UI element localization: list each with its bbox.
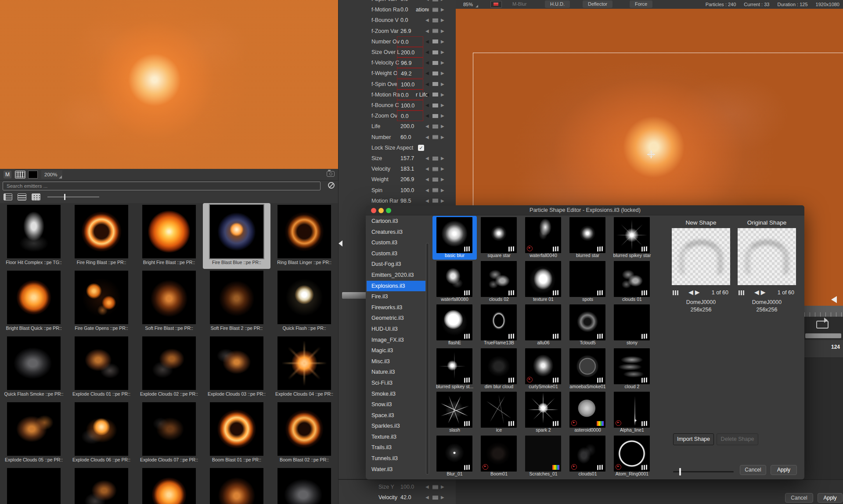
library-item-cartoon-il3-0[interactable]: Cartoon.il3 [367, 216, 425, 227]
shape-item-blur-01[interactable]: Blur_01 [432, 434, 477, 478]
filmstrip-icon[interactable] [15, 171, 25, 179]
emitter-item-quick-flash-pe-pr[interactable]: Quick Flash ::pe PR:: [270, 269, 338, 335]
graph-button[interactable] [432, 177, 439, 182]
shape-item-spots[interactable]: spots [566, 260, 610, 304]
graph-button[interactable] [432, 81, 439, 87]
param-value[interactable]: 0.0 [397, 36, 423, 47]
decrement-arrow-icon[interactable]: ◀ [425, 121, 429, 132]
force-button[interactable]: Force [630, 0, 652, 8]
import-shape-button[interactable]: Import Shape [673, 433, 714, 445]
graph-button[interactable] [432, 134, 439, 140]
library-item-sci-fi-il3-15[interactable]: Sci-Fi.il3 [367, 378, 425, 389]
decrement-arrow-icon[interactable]: ◀ [425, 26, 429, 36]
shape-item-slash[interactable]: slash [432, 390, 477, 434]
library-item-trails-il3-21[interactable]: Trails.il3 [367, 442, 425, 453]
emitter-item-fire-ring-blast-pe-pr[interactable]: Fire Ring Blast ::pe PR:: [68, 203, 135, 269]
emitter-item-explode-clouds-06-pe-pr[interactable]: Explode Clouds 06 ::pe PR:: [68, 400, 135, 466]
shape-item-waterfall0080[interactable]: waterfall0080 [432, 260, 477, 304]
background-color-swatch[interactable] [28, 171, 38, 179]
decrement-arrow-icon[interactable]: ◀ [425, 153, 429, 164]
emitter-item-soft-fire-blast-2-pe-pr[interactable]: Soft Fire Blast 2 ::pe PR:: [203, 269, 270, 335]
decrement-arrow-icon[interactable]: ◀ [425, 185, 429, 196]
emitter-item-fire-gate-opens-pe-pr[interactable]: Fire Gate Opens ::pe PR:: [68, 269, 135, 335]
shape-item-basic-blur[interactable]: basic blur [432, 216, 477, 260]
clear-filter-icon[interactable] [328, 182, 335, 189]
increment-arrow-icon[interactable]: ▶ [441, 15, 444, 25]
shape-item-blurred-spikey-star[interactable]: blurred spikey star [610, 216, 654, 260]
emitter-item-boom-blast-02-pe-pr[interactable]: Boom Blast 02 ::pe PR:: [270, 400, 338, 466]
emitter-item-partial-3[interactable] [203, 466, 270, 504]
horizontal-scrollbar-nub[interactable] [342, 292, 367, 299]
shape-item-ice[interactable]: ice [477, 390, 521, 434]
graph-button[interactable] [432, 187, 439, 193]
shape-item-blurred-star[interactable]: blurred star [566, 216, 610, 260]
increment-arrow-icon[interactable]: ▶ [441, 68, 444, 79]
decrement-arrow-icon[interactable]: ◀ [425, 68, 429, 79]
shape-item-dim-blur-cloud[interactable]: dim blur cloud [477, 347, 521, 391]
library-item-nature-il3-14[interactable]: Nature.il3 [367, 367, 425, 378]
preview-zoom-select[interactable]: 200% [41, 170, 62, 179]
graph-button[interactable] [432, 71, 439, 76]
library-item-tunnels-il3-22[interactable]: Tunnels.il3 [367, 453, 425, 464]
param-value[interactable]: 60.0 [397, 132, 423, 143]
param-value[interactable]: 100.0 [397, 482, 423, 492]
emitter-item-floor-hit-complex-pe-tg[interactable]: Floor Hit Complex ::pe TG:: [0, 203, 68, 269]
emitter-item-fire-blast-blue-pe-pr[interactable]: Fire Blast Blue ::pe PR:: [203, 203, 270, 269]
library-item-smoke-il3-16[interactable]: Smoke.il3 [367, 389, 425, 400]
library-item-custom-il3-3[interactable]: Custom.il3 [367, 248, 425, 259]
param-value[interactable]: 157.7 [397, 153, 423, 164]
param-value[interactable]: 42.0 [397, 492, 423, 503]
param-value[interactable]: 26.9 [397, 26, 423, 36]
library-item-creatures-il3-1[interactable]: Creatures.il3 [367, 227, 425, 238]
decrement-arrow-icon[interactable]: ◀ [425, 0, 429, 4]
param-value[interactable]: 100.0 [397, 100, 423, 111]
increment-arrow-icon[interactable]: ▶ [441, 36, 444, 47]
increment-arrow-icon[interactable]: ▶ [441, 57, 444, 68]
shape-item-tcloud5[interactable]: Tcloud5 [566, 303, 610, 347]
library-item-water-il3-23[interactable]: Water.il3 [367, 464, 425, 475]
param-value[interactable]: 0.0 [397, 0, 423, 4]
apply-button[interactable]: Apply [818, 493, 843, 503]
timeline-playhead-icon[interactable] [831, 296, 837, 303]
decrement-arrow-icon[interactable]: ◀ [425, 164, 429, 174]
library-item-custom-il3-2[interactable]: Custom.il3 [367, 237, 425, 248]
prev-frame-button[interactable]: ◀ [688, 289, 695, 296]
lock-size-aspect-checkbox[interactable]: ✓ [418, 145, 424, 151]
shape-scale-slider-thumb[interactable] [679, 468, 681, 475]
decrement-arrow-icon[interactable]: ◀ [425, 196, 429, 206]
shape-item-waterfall0040[interactable]: waterfall0040 [521, 216, 566, 260]
graph-button[interactable] [432, 166, 439, 172]
camera-icon[interactable] [327, 171, 335, 177]
shape-item-stony[interactable]: stony [610, 303, 654, 347]
record-icon[interactable] [490, 1, 502, 8]
param-value[interactable]: 200.0 [397, 47, 423, 57]
library-item-dust-fog-il3-4[interactable]: Dust-Fog.il3 [367, 259, 425, 270]
next-frame-button[interactable]: ▶ [761, 289, 767, 296]
shape-item-asteroid0000[interactable]: asteroid0000 [566, 390, 610, 434]
graph-button[interactable] [432, 156, 439, 161]
shape-item-trueflame13b[interactable]: TrueFlame13B [477, 303, 521, 347]
timeline-ruler[interactable] [804, 306, 843, 317]
decrement-arrow-icon[interactable]: ◀ [425, 15, 429, 25]
graph-button[interactable] [432, 7, 439, 13]
decrement-arrow-icon[interactable]: ◀ [425, 492, 429, 503]
decrement-arrow-icon[interactable]: ◀ [425, 100, 429, 111]
graph-button[interactable] [432, 28, 439, 34]
graph-button[interactable] [432, 103, 439, 108]
shape-item-blurred-spikey-st[interactable]: blurred spikey st... [432, 347, 477, 391]
increment-arrow-icon[interactable]: ▶ [441, 153, 444, 164]
stage-zoom-select[interactable]: 85% [463, 0, 478, 9]
graph-button[interactable] [432, 124, 439, 129]
increment-arrow-icon[interactable]: ▶ [441, 0, 444, 4]
increment-arrow-icon[interactable]: ▶ [441, 89, 444, 100]
library-item-sparkles-il3-19[interactable]: Sparkles.il3 [367, 421, 425, 432]
graph-button[interactable] [432, 39, 439, 44]
library-item-space-il3-18[interactable]: Space.il3 [367, 410, 425, 421]
h-u-d-button[interactable]: H.U.D. [545, 0, 570, 8]
decrement-arrow-icon[interactable]: ◀ [425, 174, 429, 185]
shape-item-texture-01[interactable]: texture 01 [521, 260, 566, 304]
increment-arrow-icon[interactable]: ▶ [441, 174, 444, 185]
decrement-arrow-icon[interactable]: ◀ [425, 47, 429, 57]
increment-arrow-icon[interactable]: ▶ [441, 100, 444, 111]
library-list-scrollbar[interactable] [426, 243, 429, 475]
